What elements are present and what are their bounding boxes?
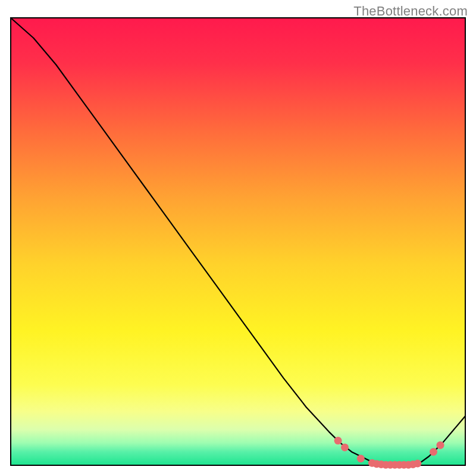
highlight-dot — [414, 460, 421, 468]
highlight-dot — [334, 437, 342, 444]
highlight-dot — [341, 443, 349, 451]
highlight-dot — [437, 441, 444, 449]
chart-container: TheBottleneck.com — [0, 0, 476, 476]
chart-background — [11, 18, 465, 465]
highlight-dot — [430, 448, 437, 456]
bottleneck-chart — [0, 0, 476, 476]
highlight-dot — [357, 455, 365, 462]
